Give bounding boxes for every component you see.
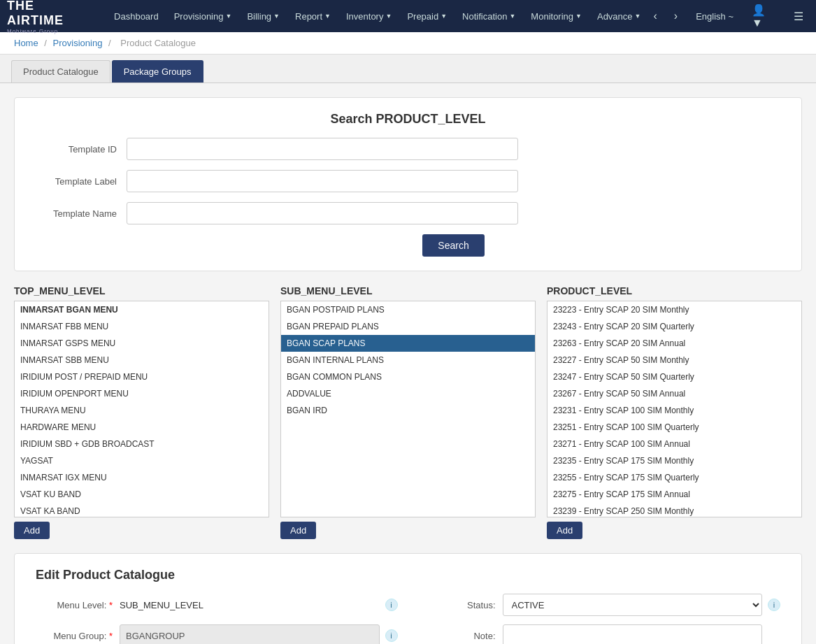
list-item[interactable]: THURAYA MENU (15, 402, 269, 419)
report-arrow: ▼ (324, 13, 331, 20)
sub-menu-title: SUB_MENU_LEVEL (280, 285, 536, 296)
nav-language[interactable]: English ~ (689, 7, 740, 26)
sub-menu-list[interactable]: BGAN POSTPAID PLANS BGAN PREPAID PLANS B… (280, 301, 536, 517)
product-level-title: PRODUCT_LEVEL (547, 285, 802, 296)
edit-note-input[interactable] (503, 624, 763, 644)
top-menu-add-row: Add (14, 522, 269, 539)
list-item[interactable]: 23271 - Entry SCAP 100 SIM Annual (547, 436, 801, 452)
product-level-list[interactable]: 23223 - Entry SCAP 20 SIM Monthly 23243 … (547, 301, 802, 517)
list-item[interactable]: HARDWARE MENU (15, 419, 269, 436)
list-item[interactable]: 23267 - Entry SCAP 50 SIM Annual (547, 385, 801, 402)
list-item[interactable]: IRIDIUM OPENPORT MENU (15, 385, 269, 402)
user-icon[interactable]: 👤 ▼ (746, 1, 782, 32)
breadcrumb-sep1: / (44, 38, 47, 48)
status-info-icon[interactable]: i (768, 599, 780, 611)
list-item[interactable]: 23223 - Entry SCAP 20 SIM Monthly (547, 301, 801, 318)
list-item[interactable]: INMARSAT GSPS MENU (15, 335, 269, 352)
sub-menu-add-row: Add (280, 522, 536, 539)
list-item[interactable]: VSAT KA BAND (15, 503, 269, 517)
advance-arrow: ▼ (635, 13, 641, 20)
list-item[interactable]: BGAN SCAP PLANS (281, 335, 535, 352)
template-label-input[interactable] (127, 170, 518, 192)
list-item[interactable]: INMARSAT FBB MENU (15, 318, 269, 335)
breadcrumb-current: Product Catalogue (120, 38, 196, 48)
sub-menu-add-button[interactable]: Add (280, 522, 316, 539)
nav-prepaid[interactable]: Prepaid ▼ (400, 7, 454, 26)
nav-items: Dashboard Provisioning ▼ Billing ▼ Repor… (107, 7, 647, 26)
list-item[interactable]: 23243 - Entry SCAP 20 SIM Quarterly (547, 318, 801, 335)
brand-sub: Mobiware Group (7, 28, 93, 34)
list-item[interactable]: YAGSAT (15, 452, 269, 469)
menu-group-info-icon[interactable]: i (385, 629, 398, 642)
nav-dashboard[interactable]: Dashboard (107, 7, 166, 26)
brand-logo: THE AIRTIME Mobiware Group (7, 0, 93, 34)
list-item[interactable]: VSAT KU BAND (15, 486, 269, 503)
breadcrumb-provisioning[interactable]: Provisioning (53, 38, 103, 48)
edit-note-row: Note: i (419, 624, 781, 644)
list-item[interactable]: 23263 - Entry SCAP 20 SIM Annual (547, 335, 801, 352)
list-item[interactable]: INMARSAT BGAN MENU (15, 301, 269, 318)
list-section: TOP_MENU_LEVEL INMARSAT BGAN MENU INMARS… (14, 285, 802, 539)
product-level-add-button[interactable]: Add (547, 522, 582, 539)
list-item[interactable]: 23255 - Entry SCAP 175 SIM Quarterly (547, 469, 801, 486)
list-item[interactable]: BGAN POSTPAID PLANS (281, 301, 535, 318)
list-item[interactable]: 23235 - Entry SCAP 175 SIM Monthly (547, 452, 801, 469)
monitoring-arrow: ▼ (575, 13, 582, 20)
nav-next-icon[interactable]: › (668, 7, 683, 25)
nav-provisioning[interactable]: Provisioning ▼ (167, 7, 239, 26)
list-item[interactable]: BGAN INTERNAL PLANS (281, 352, 535, 368)
list-item[interactable]: 23247 - Entry SCAP 50 SIM Quarterly (547, 368, 801, 385)
list-item[interactable]: BGAN IRD (281, 402, 535, 419)
list-item[interactable]: 23251 - Entry SCAP 100 SIM Quarterly (547, 419, 801, 436)
edit-menu-level-value: SUB_MENU_LEVEL (120, 600, 380, 610)
breadcrumb-sep2: / (108, 38, 111, 48)
list-item[interactable]: INMARSAT IGX MENU (15, 469, 269, 486)
list-item[interactable]: BGAN PREPAID PLANS (281, 318, 535, 335)
top-menu-list[interactable]: INMARSAT BGAN MENU INMARSAT FBB MENU INM… (14, 301, 269, 517)
product-level-col: PRODUCT_LEVEL 23223 - Entry SCAP 20 SIM … (547, 285, 802, 539)
search-btn-row: Search (36, 234, 780, 257)
list-item[interactable]: ADDVALUE (281, 385, 535, 402)
prepaid-arrow: ▼ (441, 13, 447, 20)
edit-menu-group-label: Menu Group: * (36, 631, 120, 641)
list-item[interactable]: 23227 - Entry SCAP 50 SIM Monthly (547, 352, 801, 368)
list-item[interactable]: BGAN COMMON PLANS (281, 368, 535, 385)
search-title: Search PRODUCT_LEVEL (36, 112, 780, 127)
edit-status-select[interactable]: ACTIVE INACTIVE (503, 594, 763, 616)
nav-right: ‹ › English ~ 👤 ▼ ☰ (647, 1, 809, 32)
nav-report[interactable]: Report ▼ (288, 7, 338, 26)
menu-level-info-icon[interactable]: i (385, 599, 398, 611)
list-item[interactable]: INMARSAT SBB MENU (15, 352, 269, 368)
nav-billing[interactable]: Billing ▼ (240, 7, 287, 26)
list-item[interactable]: 23239 - Entry SCAP 250 SIM Monthly (547, 503, 801, 517)
top-menu-add-button[interactable]: Add (14, 522, 50, 539)
edit-note-label: Note: (419, 631, 503, 641)
product-level-add-row: Add (547, 522, 802, 539)
nav-monitoring[interactable]: Monitoring ▼ (524, 7, 589, 26)
extra-icon[interactable]: ☰ (788, 7, 809, 26)
template-name-label: Template Name (36, 208, 127, 219)
notification-arrow: ▼ (509, 13, 515, 20)
brand-name: THE AIRTIME (7, 0, 64, 27)
breadcrumb-home[interactable]: Home (14, 38, 38, 48)
nav-advance[interactable]: Advance ▼ (590, 7, 648, 26)
edit-menu-group-input[interactable] (120, 624, 380, 644)
search-button[interactable]: Search (422, 234, 484, 257)
nav-inventory[interactable]: Inventory ▼ (339, 7, 399, 26)
list-item[interactable]: IRIDIUM SBD + GDB BROADCAST (15, 436, 269, 452)
list-item[interactable]: 23231 - Entry SCAP 100 SIM Monthly (547, 402, 801, 419)
top-nav: THE AIRTIME Mobiware Group Dashboard Pro… (0, 0, 816, 32)
template-name-input[interactable] (127, 202, 518, 224)
nav-prev-icon[interactable]: ‹ (647, 7, 662, 25)
tab-package-groups[interactable]: Package Groups (112, 60, 203, 83)
tab-product-catalogue[interactable]: Product Catalogue (11, 60, 110, 83)
provisioning-arrow: ▼ (225, 13, 231, 20)
edit-form: Menu Level: * SUB_MENU_LEVEL i Status: A… (36, 594, 780, 644)
list-item[interactable]: 23275 - Entry SCAP 175 SIM Annual (547, 486, 801, 503)
menu-group-required: * (109, 631, 113, 641)
template-label-row: Template Label (36, 170, 780, 192)
nav-notification[interactable]: Notification ▼ (455, 7, 522, 26)
list-item[interactable]: IRIDIUM POST / PREPAID MENU (15, 368, 269, 385)
template-id-input[interactable] (127, 138, 518, 160)
main-content: Search PRODUCT_LEVEL Template ID Templat… (0, 83, 816, 644)
